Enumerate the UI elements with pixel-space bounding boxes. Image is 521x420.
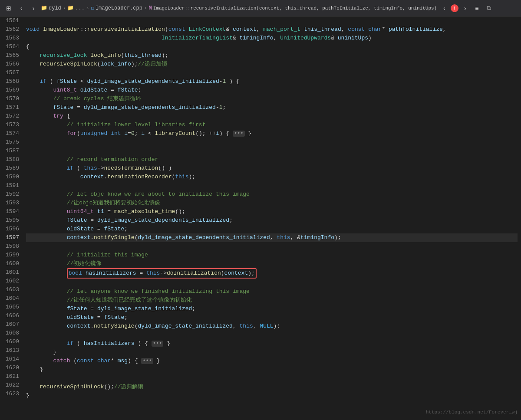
code-line-1606: oldState = fState;	[26, 313, 518, 322]
code-line-1561	[26, 16, 518, 25]
line-num-1600: 1600	[3, 259, 19, 268]
code-line-1594: uint64_t t1 = mach_absolute_time();	[26, 207, 518, 216]
line-num-1614: 1614	[3, 355, 19, 364]
line-num-1606: 1606	[3, 312, 19, 320]
next-error-button[interactable]: ›	[460, 3, 470, 13]
back-button[interactable]: ‹	[16, 3, 26, 13]
code-line-1603: // let anyone know we finished initializ…	[26, 287, 518, 296]
breadcrumb-sep-2: ›	[86, 6, 89, 11]
line-num-1605: 1605	[3, 303, 19, 312]
line-num-1623: 1623	[3, 390, 19, 398]
breadcrumb-method[interactable]: M ImageLoader::recursiveInitialization(c…	[149, 5, 437, 11]
code-line-1596: oldState = fState;	[26, 225, 518, 233]
code-line-1621	[26, 374, 518, 383]
line-num-1574: 1574	[3, 129, 19, 138]
line-num-1608: 1608	[3, 329, 19, 338]
code-line-1623: }	[26, 391, 518, 400]
line-num-1607: 1607	[3, 320, 19, 329]
watermark: https://blog.csdn.net/Forever_wj	[426, 408, 518, 417]
line-num-1572: 1572	[3, 112, 19, 121]
more-menu-button[interactable]: ≡	[472, 3, 482, 13]
code-line-1608	[26, 331, 518, 339]
code-line-1613: }	[26, 348, 518, 357]
grid-menu-button[interactable]: ⊞	[3, 3, 14, 13]
line-num-1575: 1575	[3, 138, 19, 147]
line-num-1597: 1597	[3, 233, 19, 242]
line-num-1604: 1604	[3, 294, 19, 303]
code-line-1571: fState = dyld_image_state_dependents_ini…	[26, 103, 518, 112]
code-line-1587	[26, 147, 518, 155]
code-line-1563: InitializerTimingList& timingInfo, Unini…	[26, 34, 518, 43]
line-num-1573: 1573	[3, 121, 19, 129]
line-num-1571: 1571	[3, 103, 19, 112]
line-num-1594: 1594	[3, 207, 19, 216]
line-num-1562: 1562	[3, 25, 19, 34]
line-num-1590: 1590	[3, 173, 19, 181]
code-line-1588: // record termination order	[26, 155, 518, 164]
code-line-1604: //让任何人知道我们已经完成了这个镜像的初始化	[26, 296, 518, 305]
split-editor-button[interactable]: ⧉	[484, 3, 494, 13]
code-line-1567	[26, 69, 518, 77]
code-line-1569: uint8_t oldState = fState;	[26, 86, 518, 95]
line-num-1613: 1613	[3, 346, 19, 355]
code-line-1599: // initialize this image	[26, 251, 518, 259]
code-line-1590: context.terminationRecorder(this);	[26, 173, 518, 181]
code-line-1574: for(unsigned int i=0; i < libraryCount()…	[26, 129, 518, 138]
line-num-1599: 1599	[3, 251, 19, 259]
code-line-1573: // initialize lower level libraries firs…	[26, 121, 518, 129]
line-num-1569: 1569	[3, 86, 19, 95]
code-line-1622: recursiveSpinUnLock();//递归解锁	[26, 383, 518, 391]
line-num-1566: 1566	[3, 60, 19, 69]
code-line-1592: // let objc know we are about to initial…	[26, 190, 518, 199]
breadcrumb: 📁 dyld › 📁 ... › ◻ ImageLoader.cpp › M I…	[41, 5, 437, 11]
line-num-1596: 1596	[3, 225, 19, 233]
title-bar-left: ⊞ ‹ › 📁 dyld › 📁 ... › ◻ ImageLoader.cpp…	[3, 3, 437, 13]
line-num-1587: 1587	[3, 147, 19, 155]
code-line-1598	[26, 242, 518, 251]
breadcrumb-ellipsis[interactable]: 📁 ...	[67, 5, 85, 11]
title-bar: ⊞ ‹ › 📁 dyld › 📁 ... › ◻ ImageLoader.cpp…	[0, 0, 521, 16]
code-line-1605: fState = dyld_image_state_initialized;	[26, 305, 518, 313]
line-num-1568: 1568	[3, 77, 19, 86]
line-num-1621: 1621	[3, 372, 19, 381]
code-line-1593: //让objc知道我们将要初始化此镜像	[26, 199, 518, 207]
breadcrumb-dyld[interactable]: 📁 dyld	[41, 5, 61, 11]
code-container: 1561 1562 1563 1564 1565 1566 1567 1568 …	[0, 16, 521, 420]
folder-icon: 📁	[41, 5, 47, 11]
line-num-1563: 1563	[3, 34, 19, 43]
line-num-1570: 1570	[3, 95, 19, 103]
line-num-1589: 1589	[3, 164, 19, 173]
breadcrumb-sep-3: ›	[144, 6, 147, 11]
folder-icon-2: 📁	[67, 5, 74, 11]
code-line-1607: context.notifySingle(dyld_image_state_in…	[26, 322, 518, 331]
code-line-1562: void ImageLoader::recursiveInitializatio…	[26, 25, 518, 34]
line-num-1592: 1592	[3, 190, 19, 199]
line-num-1588: 1588	[3, 155, 19, 164]
code-line-1614: catch (const char* msg) { ••• }	[26, 357, 518, 365]
code-line-1568: if ( fState < dyld_image_state_dependent…	[26, 77, 518, 86]
code-line-1597: context.notifySingle(dyld_image_state_de…	[26, 233, 518, 242]
line-num-1564: 1564	[3, 43, 19, 51]
code-line-1600: //初始化镜像	[26, 259, 518, 268]
line-num-1603: 1603	[3, 285, 19, 294]
cpp-file-icon: ◻	[91, 5, 94, 11]
forward-button[interactable]: ›	[29, 3, 38, 13]
breadcrumb-file[interactable]: ◻ ImageLoader.cpp	[91, 5, 142, 11]
line-num-1561: 1561	[3, 16, 19, 25]
line-num-1598: 1598	[3, 242, 19, 251]
line-num-1601: 1601	[3, 268, 19, 277]
prev-error-button[interactable]: ‹	[439, 3, 449, 13]
code-line-1602	[26, 279, 518, 287]
line-num-1591: 1591	[3, 181, 19, 190]
code-line-1589: if ( this->needsTermination() )	[26, 164, 518, 173]
code-content[interactable]: void ImageLoader::recursiveInitializatio…	[23, 16, 521, 420]
line-num-1620: 1620	[3, 364, 19, 372]
line-num-1609: 1609	[3, 338, 19, 346]
line-num-1595: 1595	[3, 216, 19, 225]
line-num-1593: 1593	[3, 199, 19, 207]
line-num-1602: 1602	[3, 277, 19, 285]
breadcrumb-sep-1: ›	[63, 6, 66, 11]
code-line-1609: if ( hasInitializers ) { ••• }	[26, 339, 518, 348]
error-badge: !	[451, 4, 458, 12]
code-line-1564: {	[26, 43, 518, 51]
